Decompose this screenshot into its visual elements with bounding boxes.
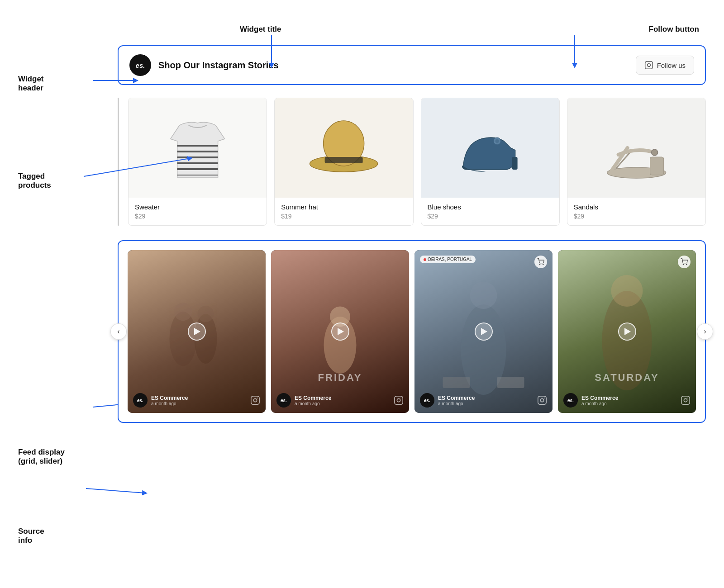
svg-rect-54 <box>681 396 690 404</box>
svg-rect-32 <box>251 396 259 404</box>
product-info-hat: Summer hat $19 <box>275 198 413 225</box>
play-triangle-2 <box>338 328 344 335</box>
product-card-sweater[interactable]: Sweater $29 <box>128 98 267 226</box>
svg-rect-37 <box>395 396 403 404</box>
feed-card-4-instagram-icon <box>681 395 691 405</box>
svg-point-33 <box>253 398 257 402</box>
svg-point-38 <box>397 398 400 402</box>
feed-card-1-avatar: es. <box>133 393 148 408</box>
feed-card-3-username: ES Commerce <box>438 395 475 401</box>
feed-card-2-content: FRIDAY es. ES Commerce a month ago <box>271 250 409 413</box>
product-price-sweater: $29 <box>135 213 260 220</box>
feed-card-4[interactable]: SATURDAY es. ES Commerce a month ago <box>558 250 696 413</box>
feed-card-1-play[interactable] <box>188 322 206 341</box>
svg-rect-26 <box>650 157 663 175</box>
svg-rect-24 <box>591 98 681 198</box>
feed-card-4-play[interactable] <box>618 322 636 341</box>
product-image-sandals <box>567 98 705 198</box>
product-image-hat <box>275 98 413 198</box>
shop-icon-3 <box>537 258 544 266</box>
svg-point-53 <box>686 264 687 265</box>
feed-card-2-usertext: ES Commerce a month ago <box>295 395 331 406</box>
feed-card-1-username: ES Commerce <box>151 395 188 401</box>
feed-card-1-user: es. ES Commerce a month ago <box>133 393 188 408</box>
feed-card-3-instagram-icon <box>537 395 547 405</box>
feed-card-2[interactable]: FRIDAY es. ES Commerce a month ago <box>271 250 409 413</box>
product-name-shoes: Blue shoes <box>428 203 553 211</box>
feed-card-2-avatar: es. <box>276 393 291 408</box>
svg-rect-47 <box>538 396 546 404</box>
shop-badge-3 <box>534 256 547 268</box>
instagram-icon <box>644 61 653 70</box>
svg-point-45 <box>539 264 540 265</box>
feed-card-1-usertext: ES Commerce a month ago <box>151 395 188 406</box>
product-card-sandals[interactable]: Sandals $29 <box>567 98 706 226</box>
feed-nav-prev[interactable]: ‹ <box>110 323 127 340</box>
product-price-hat: $19 <box>281 213 406 220</box>
feed-card-4-bottom: es. ES Commerce a month ago <box>563 393 691 408</box>
widget-title: Shop Our Instagram Stories <box>158 60 279 71</box>
product-info-shoes: Blue shoes $29 <box>421 198 559 225</box>
feed-card-1[interactable]: es. ES Commerce a month ago <box>128 250 266 413</box>
widget-header-left: es. Shop Our Instagram Stories <box>129 54 279 76</box>
feed-card-4-content: SATURDAY es. ES Commerce a month ago <box>558 250 696 413</box>
feed-card-1-instagram-icon <box>250 395 260 405</box>
svg-point-46 <box>543 264 543 265</box>
feed-grid: es. ES Commerce a month ago <box>128 250 696 413</box>
sweater-illustration <box>129 98 267 198</box>
shop-icon-4 <box>681 258 688 266</box>
feed-card-2-label-wrap: FRIDAY <box>271 372 409 384</box>
product-info-sandals: Sandals $29 <box>567 198 705 225</box>
product-image-sweater <box>129 98 267 198</box>
feed-card-4-time: a month ago <box>581 401 618 406</box>
feed-card-4-top <box>563 256 691 268</box>
feed-card-2-label: FRIDAY <box>318 372 362 383</box>
product-price-sandals: $29 <box>574 213 699 220</box>
play-triangle-3 <box>481 328 487 335</box>
sandals-illustration <box>567 98 705 198</box>
product-name-sweater: Sweater <box>135 203 260 211</box>
feed-card-2-play[interactable] <box>331 322 349 341</box>
section-divider <box>118 98 119 226</box>
feed-card-3-bottom: es. ES Commerce a month ago <box>420 393 547 408</box>
svg-rect-19 <box>325 157 363 163</box>
follow-button[interactable]: Follow us <box>636 56 694 75</box>
feed-card-3[interactable]: OEIRAS, PORTUGAL <box>414 250 553 413</box>
feed-nav-next[interactable]: › <box>697 323 713 340</box>
source-info-annotation: Sourceinfo <box>18 527 44 545</box>
widget-header: es. Shop Our Instagram Stories Follow us <box>118 45 706 85</box>
hat-illustration <box>275 98 413 198</box>
svg-line-5 <box>86 488 145 493</box>
feed-card-4-user: es. ES Commerce a month ago <box>563 393 618 408</box>
brand-logo: es. <box>129 54 151 76</box>
feed-card-3-usertext: ES Commerce a month ago <box>438 395 475 406</box>
svg-point-56 <box>687 398 688 398</box>
feed-card-3-avatar: es. <box>420 393 434 408</box>
feed-card-1-bottom: es. ES Commerce a month ago <box>133 393 260 408</box>
svg-point-39 <box>400 398 401 398</box>
svg-point-27 <box>651 149 657 156</box>
shoes-illustration <box>421 98 559 198</box>
svg-point-23 <box>495 139 499 143</box>
product-card-shoes[interactable]: Blue shoes $29 <box>421 98 560 226</box>
products-grid: Sweater $29 <box>128 98 706 226</box>
feed-card-3-play[interactable] <box>475 322 493 341</box>
widget-title-annotation: Widget title <box>240 25 281 34</box>
location-dot <box>424 258 426 261</box>
feed-card-4-usertext: ES Commerce a month ago <box>581 395 618 406</box>
feed-card-4-avatar: es. <box>563 393 578 408</box>
svg-point-8 <box>650 63 651 64</box>
feed-card-2-time: a month ago <box>295 401 331 406</box>
svg-point-52 <box>683 264 683 265</box>
feed-display-annotation: Feed display(grid, slider) <box>18 448 65 466</box>
shop-badge-4 <box>678 256 691 268</box>
product-info-sweater: Sweater $29 <box>129 198 267 225</box>
feed-card-2-username: ES Commerce <box>295 395 331 401</box>
location-badge: OEIRAS, PORTUGAL <box>420 256 476 263</box>
feed-section: ‹ › <box>118 240 706 423</box>
widget-header-annotation: Widgetheader <box>18 75 44 93</box>
feed-card-2-user: es. ES Commerce a month ago <box>276 393 331 408</box>
svg-point-7 <box>647 64 650 67</box>
svg-point-49 <box>544 398 545 398</box>
product-card-hat[interactable]: Summer hat $19 <box>274 98 413 226</box>
